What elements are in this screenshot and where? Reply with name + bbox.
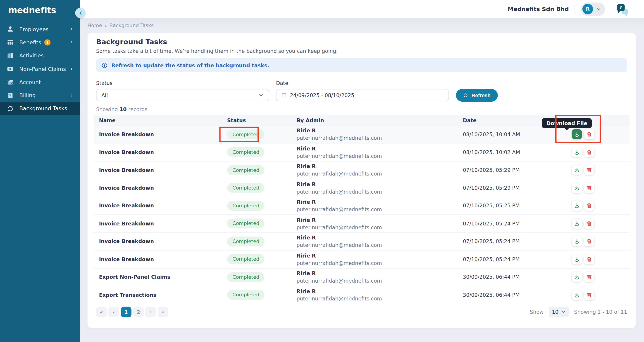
- delete-button[interactable]: [584, 236, 594, 246]
- task-name: Invoice Breakdown: [94, 185, 222, 191]
- download-icon: [574, 238, 580, 244]
- admin-cell: Ririe R puterinurrafidah@mednefits.com: [291, 235, 458, 248]
- table-row: Invoice Breakdown Completed Ririe R pute…: [94, 251, 630, 268]
- task-name: Invoice Breakdown: [94, 220, 222, 227]
- refresh-icon: [463, 93, 468, 98]
- status-filter-group: Status All: [96, 80, 269, 101]
- status-badge: Completed: [227, 236, 265, 246]
- question-bubble-icon: ?: [617, 4, 624, 11]
- delete-button[interactable]: [584, 290, 594, 300]
- task-date: 07/10/2025, 05:24 PM: [458, 256, 544, 262]
- actions-cell: [544, 165, 630, 175]
- account-menu-button[interactable]: R: [581, 2, 605, 16]
- sidebar-item-background-tasks[interactable]: Background Tasks: [0, 102, 80, 115]
- sidebar-item-non-panel-claims[interactable]: Non-Panel Claims: [0, 62, 80, 76]
- status-badge: Completed: [227, 219, 265, 229]
- breadcrumb-separator: ›: [105, 23, 106, 28]
- sidebar-item-label: Activities: [19, 53, 46, 59]
- sidebar-item-account[interactable]: Account: [0, 75, 80, 89]
- download-button[interactable]: [572, 147, 582, 157]
- sidebar-collapse-button[interactable]: [75, 8, 85, 18]
- download-icon: [574, 131, 580, 137]
- sidebar-menu: EmployeesBenefits!ActivitiesNon-Panel Cl…: [0, 22, 80, 115]
- status-badge: Completed: [227, 201, 265, 211]
- download-icon: [574, 149, 580, 155]
- delete-button[interactable]: [584, 129, 594, 139]
- topbar: Mednefits Sdn Bhd R ?: [80, 0, 644, 18]
- download-button[interactable]: [572, 201, 582, 211]
- status-select[interactable]: All: [96, 89, 269, 101]
- pagination-page-2[interactable]: 2: [133, 307, 144, 317]
- download-file-tooltip: Download File: [542, 118, 592, 128]
- column-header-date: Date: [458, 117, 544, 123]
- table-row: Invoice Breakdown Completed Ririe R pute…: [94, 144, 630, 161]
- sidebar-item-activities[interactable]: Activities: [0, 49, 80, 62]
- pagination-page-1[interactable]: 1: [121, 307, 132, 317]
- actions-cell: [544, 183, 630, 193]
- table-icon: [6, 39, 14, 46]
- delete-button[interactable]: [584, 165, 594, 175]
- download-button[interactable]: [572, 129, 582, 139]
- download-button[interactable]: [572, 236, 582, 246]
- pagination-prev-button[interactable]: ‹: [108, 307, 119, 317]
- pagination-next-button[interactable]: ›: [146, 307, 156, 317]
- records-summary: Showing 10 records: [96, 106, 148, 112]
- pagination-first-button[interactable]: «: [96, 307, 107, 317]
- admin-name: Ririe R: [296, 235, 457, 241]
- status-cell: Completed: [222, 147, 291, 157]
- admin-name: Ririe R: [296, 163, 457, 170]
- sidebar-item-billing[interactable]: Billing: [0, 89, 80, 102]
- date-range-input[interactable]: 24/09/2025 - 08/10/2025: [276, 89, 449, 101]
- chevron-right-icon: [70, 67, 74, 71]
- delete-button[interactable]: [584, 201, 594, 211]
- download-button[interactable]: [572, 290, 582, 300]
- status-badge: Completed: [227, 147, 265, 157]
- task-name: Invoice Breakdown: [94, 256, 222, 262]
- records-prefix: Showing: [96, 106, 118, 112]
- admin-name: Ririe R: [296, 181, 457, 187]
- help-button[interactable]: ?: [617, 4, 628, 14]
- page-size-value: 10: [552, 309, 558, 315]
- chevron-down-icon: [562, 310, 566, 314]
- download-button[interactable]: [572, 254, 582, 264]
- status-cell: Completed: [222, 290, 291, 300]
- download-button[interactable]: [572, 272, 582, 282]
- refresh-button[interactable]: Refresh: [456, 89, 498, 102]
- delete-button[interactable]: [584, 254, 594, 264]
- chevron-right-icon: [70, 93, 74, 97]
- table-row: Invoice Breakdown Completed Ririe R pute…: [94, 233, 630, 251]
- filters: Status All Date 24/09/2025 - 08/10/2025: [96, 80, 627, 101]
- info-banner: Refresh to update the status of the back…: [96, 58, 627, 72]
- download-icon: [574, 292, 580, 298]
- trash-icon: [586, 238, 592, 244]
- sidebar-item-benefits[interactable]: Benefits!: [0, 36, 80, 49]
- background-tasks-card: Background Tasks Some tasks take a bit o…: [88, 33, 636, 328]
- sidebar-item-employees[interactable]: Employees: [0, 22, 80, 36]
- status-badge: Completed: [227, 130, 265, 139]
- status-cell: Completed: [222, 183, 291, 193]
- download-icon: [574, 256, 580, 262]
- sidebar-item-label: Background Tasks: [19, 106, 67, 112]
- download-button[interactable]: [572, 183, 582, 193]
- delete-button[interactable]: [584, 272, 594, 282]
- pagination-last-button[interactable]: »: [158, 307, 168, 317]
- admin-name: Ririe R: [296, 253, 457, 259]
- admin-name: Ririe R: [296, 288, 457, 294]
- delete-button[interactable]: [584, 147, 594, 157]
- tasks-table: Name Status By Admin Date Invoice Breakd…: [94, 115, 630, 304]
- status-cell: Completed: [222, 130, 291, 139]
- delete-button[interactable]: [584, 218, 594, 229]
- page-size-select[interactable]: 10: [548, 307, 569, 317]
- task-date: 08/10/2025, 10:02 AM: [458, 149, 544, 155]
- admin-email: puterinurrafidah@mednefits.com: [296, 135, 457, 141]
- delete-button[interactable]: [584, 183, 594, 193]
- download-button[interactable]: [572, 218, 582, 229]
- alert-badge: !: [44, 39, 50, 45]
- admin-name: Ririe R: [296, 146, 457, 152]
- status-select-value: All: [101, 92, 108, 98]
- status-cell: Completed: [222, 236, 291, 246]
- download-button[interactable]: [572, 165, 582, 175]
- admin-cell: Ririe R puterinurrafidah@mednefits.com: [291, 146, 458, 159]
- breadcrumb-current: Background Tasks: [110, 22, 154, 28]
- breadcrumb-home-link[interactable]: Home: [88, 22, 102, 28]
